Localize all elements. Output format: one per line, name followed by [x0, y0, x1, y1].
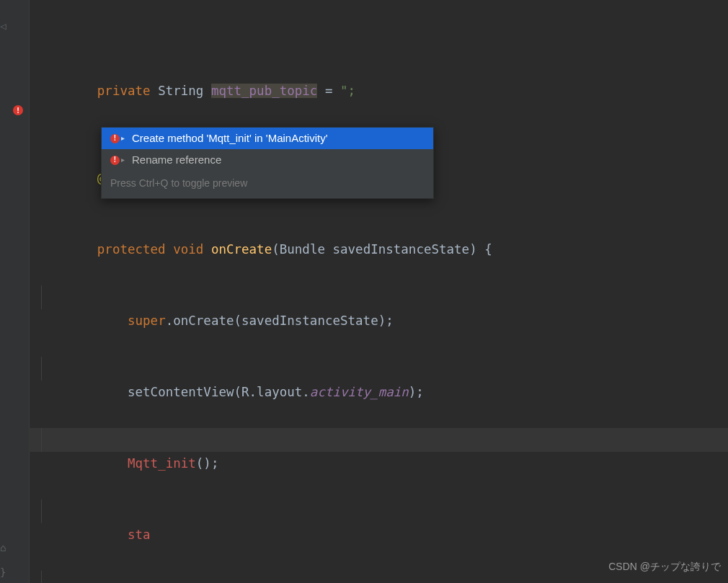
popup-hint-text: Press Ctrl+Q to toggle preview — [102, 171, 433, 198]
intention-item-icon: ! ▸ — [110, 149, 125, 171]
intention-item-rename-reference[interactable]: ! ▸ Rename reference — [102, 149, 433, 171]
unresolved-reference[interactable]: Mqtt_init — [128, 456, 196, 471]
error-bulb-icon: ! — [13, 105, 23, 115]
intention-actions-popup[interactable]: ! ▸ Create method 'Mqtt_init' in 'MainAc… — [101, 127, 434, 199]
intention-bulb-icon[interactable]: ! — [13, 105, 25, 117]
intention-item-icon: ! ▸ — [110, 128, 125, 149]
error-bulb-icon: ! — [110, 134, 120, 143]
intention-item-label: Rename reference — [132, 149, 221, 171]
code-line[interactable]: super.onCreate(savedInstanceState); — [29, 285, 728, 309]
override-marker-icon[interactable]: ◁ — [0, 14, 6, 38]
code-line[interactable]: sta — [29, 499, 728, 523]
submenu-arrow-icon: ▸ — [121, 149, 125, 171]
code-area[interactable]: private String mqtt_pub_topic = "; @Over… — [29, 0, 728, 583]
code-line[interactable]: setContentView(R.layout.activity_main); — [29, 357, 728, 380]
code-editor[interactable]: ◁ ! ⌂ } private String mqtt_pub_topic = … — [0, 0, 728, 583]
closing-brace-icon: } — [0, 561, 6, 583]
code-line[interactable]: protected void onCreate(Bundle savedInst… — [29, 214, 728, 238]
method-separator-icon: ⌂ — [0, 536, 6, 560]
editor-gutter: ◁ ! ⌂ } — [0, 0, 30, 583]
code-line-current[interactable]: Mqtt_init(); — [29, 428, 728, 452]
intention-item-create-method[interactable]: ! ▸ Create method 'Mqtt_init' in 'MainAc… — [102, 128, 433, 149]
intention-item-label: Create method 'Mqtt_init' in 'MainActivi… — [132, 128, 328, 149]
code-line[interactable]: private String mqtt_pub_topic = "; — [29, 55, 728, 79]
watermark-text: CSDN @チップな誇りで — [608, 555, 721, 579]
submenu-arrow-icon: ▸ — [121, 128, 125, 149]
selection-highlight: mqtt_pub_topic — [211, 84, 318, 98]
error-bulb-icon: ! — [110, 156, 120, 165]
